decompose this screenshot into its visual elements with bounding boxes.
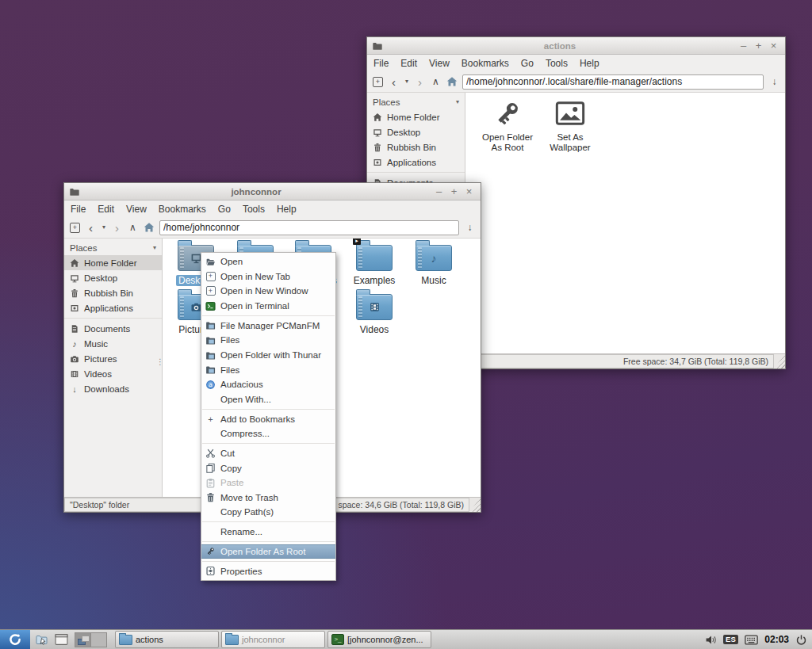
menu-file[interactable]: File	[373, 58, 389, 69]
menu-item-open-folder-as-root[interactable]: Open Folder As Root	[201, 544, 335, 559]
menu-item-compress[interactable]: Compress...	[201, 426, 335, 441]
menu-item-add-to-bookmarks[interactable]: +Add to Bookmarks	[201, 411, 335, 426]
close-button[interactable]: ×	[767, 39, 780, 52]
menu-item-open-in-terminal[interactable]: Open in Terminal	[201, 299, 335, 314]
new-tab-icon: +	[206, 272, 216, 281]
places-header[interactable]: Places ▾	[64, 240, 162, 255]
titlebar-actions[interactable]: actions – + ×	[367, 37, 785, 55]
show-desktop-button[interactable]	[52, 632, 70, 647]
workspace-2[interactable]	[90, 633, 106, 647]
menu-go[interactable]: Go	[521, 58, 534, 69]
forward-icon[interactable]: ›	[110, 220, 124, 235]
menu-go[interactable]: Go	[218, 204, 231, 215]
properties-icon	[205, 566, 216, 576]
address-bar[interactable]	[462, 74, 764, 90]
menu-item-move-to-trash[interactable]: Move to Trash	[201, 490, 335, 505]
menu-view[interactable]: View	[126, 204, 147, 215]
menu-item-files-1[interactable]: Files	[201, 333, 335, 348]
menu-item-pcmanfm[interactable]: File Manager PCManFM	[201, 319, 335, 334]
menu-item-cut[interactable]: Cut	[201, 446, 335, 461]
sidebar-item-rubbish-bin[interactable]: Rubbish Bin	[367, 139, 465, 155]
home-icon[interactable]	[142, 220, 155, 235]
workspace-1[interactable]	[75, 633, 90, 647]
resize-grip[interactable]	[774, 354, 785, 368]
taskbar-task-johnconnor[interactable]: johnconnor	[221, 631, 325, 648]
taskbar-task-actions[interactable]: actions	[115, 631, 219, 648]
back-icon[interactable]: ‹	[387, 74, 400, 89]
history-caret-icon[interactable]: ▾	[403, 74, 411, 89]
jump-to-icon[interactable]: ↓	[768, 74, 781, 89]
menu-item-open-with[interactable]: Open With...	[201, 392, 335, 407]
sidebar-item-documents[interactable]: Documents	[64, 321, 162, 336]
menu-item-copy-paths[interactable]: Copy Path(s)	[201, 505, 335, 520]
folder-icon	[119, 635, 132, 645]
keyboard-layout-badge[interactable]: ES	[723, 635, 739, 645]
folder-examples[interactable]: ▸ Examples	[350, 239, 398, 286]
sidebar-item-applications[interactable]: Applications	[64, 300, 162, 315]
sidebar-item-home[interactable]: Home Folder	[64, 255, 162, 270]
menu-item-files-2[interactable]: Files	[201, 362, 335, 377]
sidebar-item-rubbish-bin[interactable]: Rubbish Bin	[64, 285, 162, 300]
menu-help[interactable]: Help	[277, 204, 297, 215]
close-button[interactable]: ×	[462, 185, 476, 198]
titlebar-johnconnor[interactable]: johnconnor – + ×	[64, 183, 481, 200]
home-icon[interactable]	[445, 74, 458, 89]
maximize-button[interactable]: +	[447, 185, 461, 198]
videos-emblem-icon	[369, 301, 381, 313]
history-caret-icon[interactable]: ▾	[100, 220, 108, 235]
forward-icon[interactable]: ›	[413, 74, 427, 89]
keyboard-icon[interactable]	[745, 634, 758, 646]
folder-music[interactable]: ♪ Music	[410, 239, 458, 286]
menu-item-properties[interactable]: Properties	[201, 563, 335, 578]
jump-to-icon[interactable]: ↓	[463, 220, 477, 235]
menu-tools[interactable]: Tools	[546, 58, 568, 69]
sidebar-item-desktop[interactable]: Desktop	[64, 270, 162, 285]
start-menu-button[interactable]	[0, 630, 30, 649]
clock[interactable]: 02:03	[764, 634, 789, 645]
desktop-icon	[70, 273, 79, 283]
menu-bookmarks[interactable]: Bookmarks	[462, 58, 509, 69]
file-view-actions[interactable]: Open Folder As Root Set As Wallpaper	[465, 93, 785, 353]
new-tab-icon[interactable]: +	[371, 74, 385, 89]
terminal-icon: >_	[331, 634, 344, 645]
sidebar-item-applications[interactable]: Applications	[367, 155, 465, 170]
menu-item-open-new-window[interactable]: +Open in New Window	[201, 284, 335, 299]
sidebar-item-music[interactable]: ♪Music	[64, 336, 162, 351]
new-tab-icon[interactable]: +	[68, 220, 82, 235]
menu-item-audacious[interactable]: Audacious	[201, 377, 335, 392]
minimize-button[interactable]: –	[737, 39, 750, 52]
menu-edit[interactable]: Edit	[98, 204, 114, 215]
menu-bookmarks[interactable]: Bookmarks	[159, 204, 206, 215]
sidebar-item-downloads[interactable]: ↓Downloads	[64, 381, 162, 396]
minimize-button[interactable]: –	[432, 185, 446, 198]
sidebar-item-home[interactable]: Home Folder	[367, 109, 465, 124]
file-manager-launcher[interactable]	[33, 632, 50, 647]
up-icon[interactable]: ∧	[429, 74, 442, 89]
up-icon[interactable]: ∧	[126, 220, 140, 235]
taskbar-task-terminal[interactable]: >_ [johnconnor@zen...	[327, 631, 431, 648]
folder-videos[interactable]: Videos	[350, 288, 398, 335]
menu-file[interactable]: File	[71, 204, 86, 215]
menu-tools[interactable]: Tools	[243, 204, 265, 215]
sidebar-item-desktop[interactable]: Desktop	[367, 124, 465, 139]
power-icon[interactable]	[795, 634, 807, 646]
menu-item-open[interactable]: Open	[201, 254, 335, 269]
places-header[interactable]: Places ▾	[367, 94, 465, 109]
menu-item-open-new-tab[interactable]: +Open in New Tab	[201, 269, 335, 284]
maximize-button[interactable]: +	[752, 39, 765, 52]
menu-edit[interactable]: Edit	[400, 58, 417, 69]
menu-item-rename[interactable]: Rename...	[201, 525, 335, 540]
address-bar[interactable]	[159, 220, 459, 235]
sidebar-item-pictures[interactable]: Pictures	[64, 351, 162, 366]
back-icon[interactable]: ‹	[84, 220, 98, 235]
resize-grip[interactable]	[469, 498, 481, 512]
file-set-as-wallpaper[interactable]: Set As Wallpaper	[542, 97, 599, 153]
menu-item-thunar[interactable]: Open Folder with Thunar	[201, 348, 335, 363]
menu-view[interactable]: View	[429, 58, 450, 69]
file-open-folder-as-root[interactable]: Open Folder As Root	[477, 97, 538, 153]
menu-help[interactable]: Help	[580, 58, 599, 69]
volume-icon[interactable]	[705, 634, 717, 646]
sidebar-item-videos[interactable]: Videos	[64, 366, 162, 381]
workspace-pager[interactable]	[75, 632, 107, 647]
menu-item-copy[interactable]: Copy	[201, 460, 335, 475]
